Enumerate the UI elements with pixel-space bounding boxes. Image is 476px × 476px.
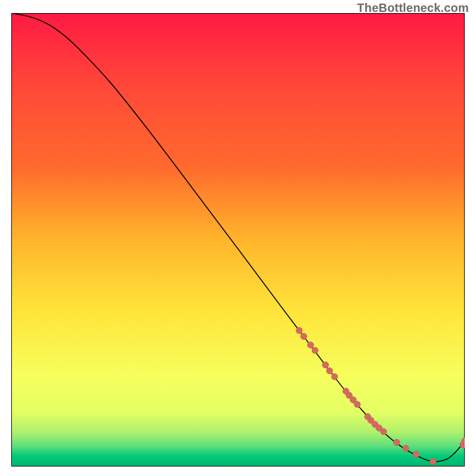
data-marker (300, 333, 307, 340)
plot-area (11, 13, 465, 466)
data-marker (413, 451, 419, 458)
data-marker (354, 401, 361, 408)
chart-container: TheBottleneck.com (0, 0, 476, 476)
data-marker (308, 342, 314, 348)
data-marker (430, 458, 436, 465)
data-marker (322, 362, 329, 368)
data-marker (312, 347, 318, 354)
data-marker (331, 374, 338, 380)
data-marker (403, 445, 409, 452)
data-marker (327, 368, 333, 374)
data-marker (380, 428, 387, 435)
gradient-background (11, 13, 465, 466)
data-marker (296, 327, 302, 334)
data-marker (393, 439, 400, 446)
chart-svg (11, 13, 465, 466)
